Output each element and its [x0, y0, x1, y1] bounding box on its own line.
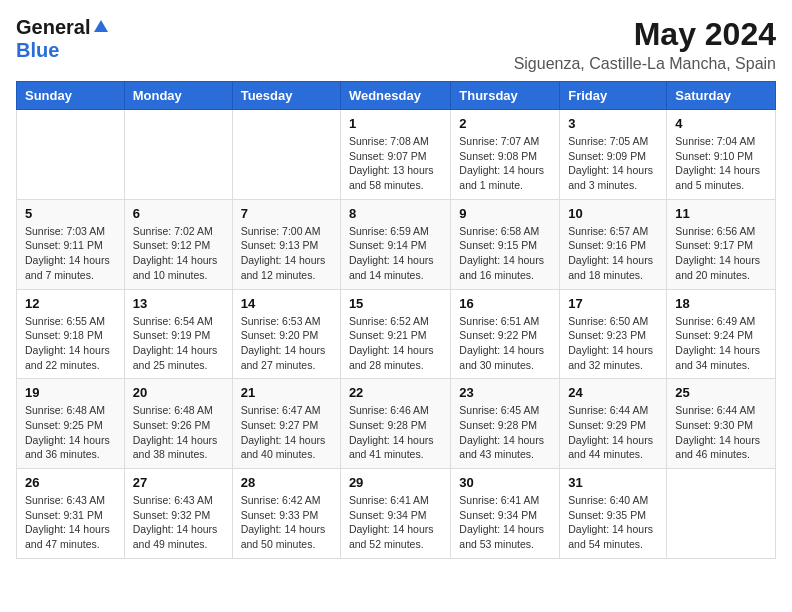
calendar-cell: 9Sunrise: 6:58 AMSunset: 9:15 PMDaylight…	[451, 199, 560, 289]
calendar-cell: 27Sunrise: 6:43 AMSunset: 9:32 PMDayligh…	[124, 469, 232, 559]
day-info: Sunrise: 6:48 AMSunset: 9:25 PMDaylight:…	[25, 403, 116, 462]
calendar-cell: 4Sunrise: 7:04 AMSunset: 9:10 PMDaylight…	[667, 110, 776, 200]
calendar-day-header: Saturday	[667, 82, 776, 110]
calendar-cell: 8Sunrise: 6:59 AMSunset: 9:14 PMDaylight…	[340, 199, 450, 289]
day-info: Sunrise: 6:48 AMSunset: 9:26 PMDaylight:…	[133, 403, 224, 462]
logo-general-text: General	[16, 16, 90, 39]
calendar-cell: 5Sunrise: 7:03 AMSunset: 9:11 PMDaylight…	[17, 199, 125, 289]
calendar-cell: 3Sunrise: 7:05 AMSunset: 9:09 PMDaylight…	[560, 110, 667, 200]
calendar-cell: 19Sunrise: 6:48 AMSunset: 9:25 PMDayligh…	[17, 379, 125, 469]
day-info: Sunrise: 6:40 AMSunset: 9:35 PMDaylight:…	[568, 493, 658, 552]
day-number: 24	[568, 385, 658, 400]
logo-blue-text: Blue	[16, 39, 59, 61]
day-info: Sunrise: 6:42 AMSunset: 9:33 PMDaylight:…	[241, 493, 332, 552]
calendar-week-row: 12Sunrise: 6:55 AMSunset: 9:18 PMDayligh…	[17, 289, 776, 379]
day-number: 3	[568, 116, 658, 131]
day-info: Sunrise: 6:49 AMSunset: 9:24 PMDaylight:…	[675, 314, 767, 373]
day-info: Sunrise: 6:52 AMSunset: 9:21 PMDaylight:…	[349, 314, 442, 373]
calendar-cell: 22Sunrise: 6:46 AMSunset: 9:28 PMDayligh…	[340, 379, 450, 469]
title-block: May 2024 Siguenza, Castille-La Mancha, S…	[514, 16, 776, 73]
day-number: 17	[568, 296, 658, 311]
day-number: 21	[241, 385, 332, 400]
day-number: 8	[349, 206, 442, 221]
calendar-cell: 14Sunrise: 6:53 AMSunset: 9:20 PMDayligh…	[232, 289, 340, 379]
day-info: Sunrise: 6:43 AMSunset: 9:31 PMDaylight:…	[25, 493, 116, 552]
day-info: Sunrise: 6:50 AMSunset: 9:23 PMDaylight:…	[568, 314, 658, 373]
calendar-cell: 24Sunrise: 6:44 AMSunset: 9:29 PMDayligh…	[560, 379, 667, 469]
day-info: Sunrise: 6:47 AMSunset: 9:27 PMDaylight:…	[241, 403, 332, 462]
day-number: 7	[241, 206, 332, 221]
calendar-week-row: 19Sunrise: 6:48 AMSunset: 9:25 PMDayligh…	[17, 379, 776, 469]
calendar-cell: 29Sunrise: 6:41 AMSunset: 9:34 PMDayligh…	[340, 469, 450, 559]
day-info: Sunrise: 6:58 AMSunset: 9:15 PMDaylight:…	[459, 224, 551, 283]
day-number: 30	[459, 475, 551, 490]
calendar-day-header: Thursday	[451, 82, 560, 110]
month-title: May 2024	[514, 16, 776, 53]
calendar-cell: 30Sunrise: 6:41 AMSunset: 9:34 PMDayligh…	[451, 469, 560, 559]
day-info: Sunrise: 6:44 AMSunset: 9:30 PMDaylight:…	[675, 403, 767, 462]
calendar-day-header: Wednesday	[340, 82, 450, 110]
day-info: Sunrise: 7:07 AMSunset: 9:08 PMDaylight:…	[459, 134, 551, 193]
day-number: 18	[675, 296, 767, 311]
day-number: 11	[675, 206, 767, 221]
calendar-header-row: SundayMondayTuesdayWednesdayThursdayFrid…	[17, 82, 776, 110]
day-info: Sunrise: 6:45 AMSunset: 9:28 PMDaylight:…	[459, 403, 551, 462]
calendar-cell	[124, 110, 232, 200]
calendar-cell: 16Sunrise: 6:51 AMSunset: 9:22 PMDayligh…	[451, 289, 560, 379]
day-info: Sunrise: 6:56 AMSunset: 9:17 PMDaylight:…	[675, 224, 767, 283]
logo-icon	[92, 18, 110, 36]
calendar-cell: 12Sunrise: 6:55 AMSunset: 9:18 PMDayligh…	[17, 289, 125, 379]
day-info: Sunrise: 7:03 AMSunset: 9:11 PMDaylight:…	[25, 224, 116, 283]
day-info: Sunrise: 7:04 AMSunset: 9:10 PMDaylight:…	[675, 134, 767, 193]
day-number: 26	[25, 475, 116, 490]
calendar-cell	[667, 469, 776, 559]
day-number: 27	[133, 475, 224, 490]
day-number: 6	[133, 206, 224, 221]
day-info: Sunrise: 7:05 AMSunset: 9:09 PMDaylight:…	[568, 134, 658, 193]
logo: General Blue	[16, 16, 110, 62]
day-info: Sunrise: 6:55 AMSunset: 9:18 PMDaylight:…	[25, 314, 116, 373]
calendar-week-row: 1Sunrise: 7:08 AMSunset: 9:07 PMDaylight…	[17, 110, 776, 200]
calendar-day-header: Sunday	[17, 82, 125, 110]
day-number: 9	[459, 206, 551, 221]
day-info: Sunrise: 6:51 AMSunset: 9:22 PMDaylight:…	[459, 314, 551, 373]
calendar-cell: 26Sunrise: 6:43 AMSunset: 9:31 PMDayligh…	[17, 469, 125, 559]
day-info: Sunrise: 6:41 AMSunset: 9:34 PMDaylight:…	[459, 493, 551, 552]
day-number: 20	[133, 385, 224, 400]
calendar-cell: 1Sunrise: 7:08 AMSunset: 9:07 PMDaylight…	[340, 110, 450, 200]
calendar-week-row: 26Sunrise: 6:43 AMSunset: 9:31 PMDayligh…	[17, 469, 776, 559]
day-number: 19	[25, 385, 116, 400]
calendar-cell: 11Sunrise: 6:56 AMSunset: 9:17 PMDayligh…	[667, 199, 776, 289]
calendar-cell: 7Sunrise: 7:00 AMSunset: 9:13 PMDaylight…	[232, 199, 340, 289]
location-title: Siguenza, Castille-La Mancha, Spain	[514, 55, 776, 73]
day-info: Sunrise: 6:57 AMSunset: 9:16 PMDaylight:…	[568, 224, 658, 283]
calendar-day-header: Tuesday	[232, 82, 340, 110]
day-number: 13	[133, 296, 224, 311]
calendar-cell: 17Sunrise: 6:50 AMSunset: 9:23 PMDayligh…	[560, 289, 667, 379]
calendar-cell: 13Sunrise: 6:54 AMSunset: 9:19 PMDayligh…	[124, 289, 232, 379]
day-number: 28	[241, 475, 332, 490]
calendar-week-row: 5Sunrise: 7:03 AMSunset: 9:11 PMDaylight…	[17, 199, 776, 289]
day-info: Sunrise: 7:08 AMSunset: 9:07 PMDaylight:…	[349, 134, 442, 193]
day-number: 10	[568, 206, 658, 221]
day-number: 16	[459, 296, 551, 311]
calendar-cell: 2Sunrise: 7:07 AMSunset: 9:08 PMDaylight…	[451, 110, 560, 200]
day-number: 2	[459, 116, 551, 131]
day-info: Sunrise: 6:43 AMSunset: 9:32 PMDaylight:…	[133, 493, 224, 552]
day-info: Sunrise: 6:53 AMSunset: 9:20 PMDaylight:…	[241, 314, 332, 373]
calendar-cell: 15Sunrise: 6:52 AMSunset: 9:21 PMDayligh…	[340, 289, 450, 379]
calendar-cell: 10Sunrise: 6:57 AMSunset: 9:16 PMDayligh…	[560, 199, 667, 289]
day-number: 12	[25, 296, 116, 311]
calendar-cell: 23Sunrise: 6:45 AMSunset: 9:28 PMDayligh…	[451, 379, 560, 469]
calendar-day-header: Friday	[560, 82, 667, 110]
calendar-cell: 28Sunrise: 6:42 AMSunset: 9:33 PMDayligh…	[232, 469, 340, 559]
calendar-cell: 31Sunrise: 6:40 AMSunset: 9:35 PMDayligh…	[560, 469, 667, 559]
svg-marker-0	[94, 20, 108, 32]
calendar-table: SundayMondayTuesdayWednesdayThursdayFrid…	[16, 81, 776, 559]
day-info: Sunrise: 6:54 AMSunset: 9:19 PMDaylight:…	[133, 314, 224, 373]
calendar-cell: 25Sunrise: 6:44 AMSunset: 9:30 PMDayligh…	[667, 379, 776, 469]
day-number: 5	[25, 206, 116, 221]
day-number: 31	[568, 475, 658, 490]
page-header: General Blue May 2024 Siguenza, Castille…	[16, 16, 776, 73]
day-number: 29	[349, 475, 442, 490]
